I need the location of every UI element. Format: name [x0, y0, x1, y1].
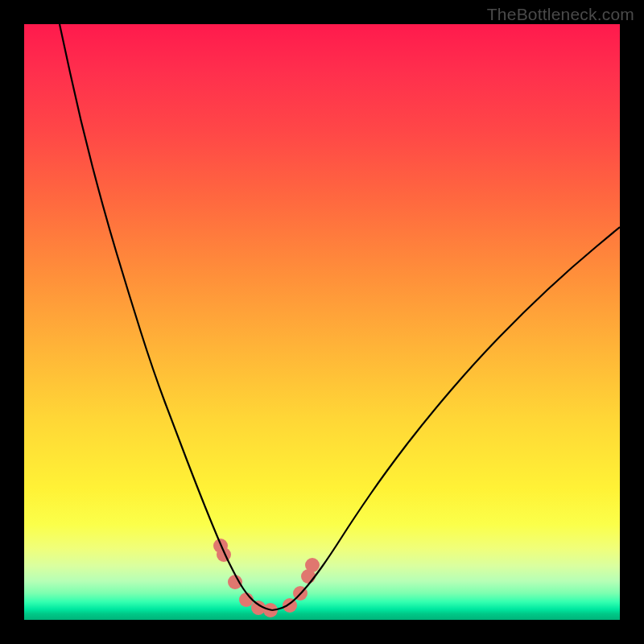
curve-overlay: [24, 24, 620, 620]
right-curve-path: [272, 227, 620, 610]
plot-area: [24, 24, 620, 620]
watermark-text: TheBottleneck.com: [487, 5, 634, 24]
chart-container: TheBottleneck.com: [0, 0, 644, 644]
marker-dot: [305, 558, 320, 572]
dot-markers: [213, 539, 320, 617]
left-curve-path: [60, 24, 272, 610]
